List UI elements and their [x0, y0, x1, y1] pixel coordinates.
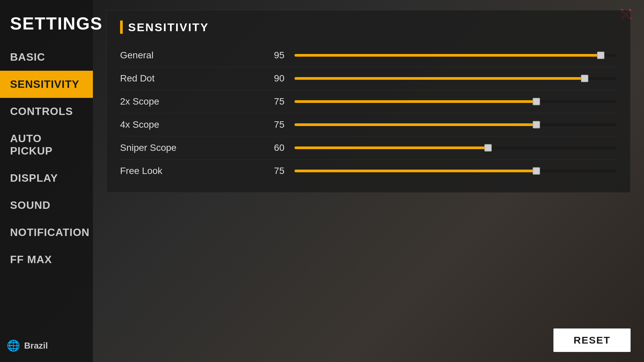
slider-fill-general [294, 54, 601, 57]
sidebar: SETTINGS BASIC SENSITIVITY CONTROLS AUTO… [0, 0, 93, 362]
region-label: Brazil [24, 341, 48, 351]
slider-fill-red-dot [294, 77, 585, 80]
slider-label-sniper-scope: Sniper Scope [120, 142, 261, 153]
globe-icon: 🌐 [7, 339, 20, 352]
slider-track-container-sniper-scope[interactable] [294, 144, 617, 151]
sidebar-item-basic[interactable]: BASIC [0, 44, 93, 71]
sidebar-item-ff-max[interactable]: FF MAX [0, 246, 93, 273]
slider-thumb-sniper-scope[interactable] [484, 144, 492, 152]
sidebar-item-display[interactable]: DISPLAY [0, 165, 93, 192]
slider-thumb-general[interactable] [597, 52, 604, 59]
slider-fill-free-look [294, 170, 536, 172]
slider-value-free-look: 75 [261, 166, 284, 176]
slider-fill-sniper-scope [294, 146, 488, 149]
slider-fill-2x-scope [294, 100, 536, 103]
app-title: SETTINGS [0, 7, 93, 44]
sidebar-item-sound[interactable]: SOUND [0, 192, 93, 219]
slider-value-sniper-scope: 60 [261, 142, 284, 153]
slider-row-red-dot: Red Dot 90 [120, 67, 617, 90]
slider-track-container-free-look[interactable] [294, 168, 617, 174]
slider-label-general: General [120, 50, 261, 61]
sidebar-footer: 🌐 Brazil [7, 339, 48, 352]
slider-value-general: 95 [261, 50, 284, 61]
sidebar-item-controls[interactable]: CONTROLS [0, 98, 93, 125]
slider-thumb-free-look[interactable] [533, 167, 540, 175]
slider-row-free-look: Free Look 75 [120, 160, 617, 182]
slider-track-container-4x-scope[interactable] [294, 121, 617, 128]
slider-track-container-general[interactable] [294, 52, 617, 59]
main-content: SENSITIVITY General 95 Red Dot 90 2x Sco… [93, 0, 644, 362]
slider-thumb-2x-scope[interactable] [533, 98, 540, 105]
section-indicator [120, 20, 123, 34]
slider-row-sniper-scope: Sniper Scope 60 [120, 136, 617, 160]
slider-label-2x-scope: 2x Scope [120, 96, 261, 107]
slider-value-2x-scope: 75 [261, 96, 284, 107]
slider-row-general: General 95 [120, 44, 617, 67]
slider-thumb-red-dot[interactable] [581, 75, 588, 82]
slider-value-red-dot: 90 [261, 73, 284, 84]
sidebar-item-auto-pickup[interactable]: AUTO PICKUP [0, 125, 93, 165]
slider-label-4x-scope: 4x Scope [120, 119, 261, 130]
slider-row-4x-scope: 4x Scope 75 [120, 113, 617, 136]
settings-panel: SENSITIVITY General 95 Red Dot 90 2x Sco… [106, 10, 631, 193]
sliders-container: General 95 Red Dot 90 2x Scope 75 [120, 44, 617, 182]
section-header: SENSITIVITY [120, 20, 617, 34]
slider-fill-4x-scope [294, 123, 536, 126]
section-title: SENSITIVITY [128, 21, 209, 34]
slider-value-4x-scope: 75 [261, 119, 284, 130]
reset-button[interactable]: RESET [553, 328, 631, 352]
sidebar-item-notification[interactable]: NOTIFICATION [0, 219, 93, 246]
sidebar-item-sensitivity[interactable]: SENSITIVITY [0, 71, 93, 98]
slider-row-2x-scope: 2x Scope 75 [120, 90, 617, 113]
slider-label-free-look: Free Look [120, 166, 261, 176]
slider-track-container-red-dot[interactable] [294, 75, 617, 82]
slider-thumb-4x-scope[interactable] [533, 121, 540, 128]
slider-label-red-dot: Red Dot [120, 73, 261, 84]
slider-track-container-2x-scope[interactable] [294, 98, 617, 105]
